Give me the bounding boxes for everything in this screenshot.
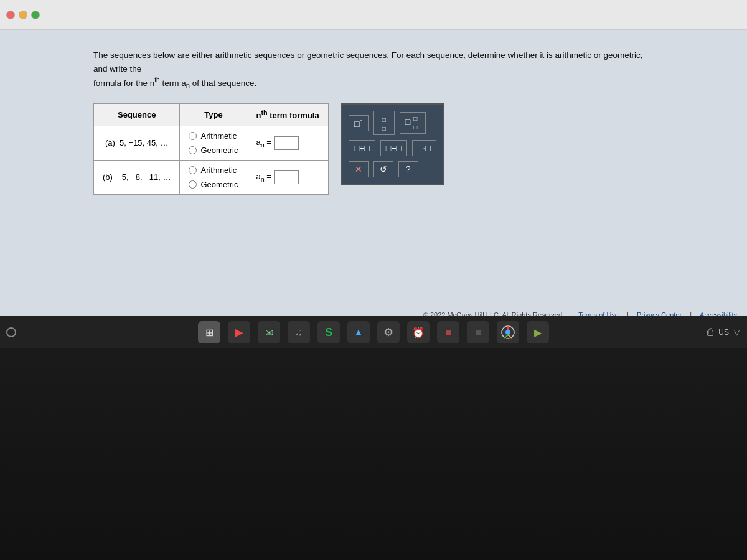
mixed-fraction-btn[interactable]: □□□: [400, 112, 426, 134]
instruction-line1: The sequences below are either arithmeti…: [93, 50, 642, 73]
taskbar-video-icon[interactable]: ▶: [228, 321, 250, 343]
screenshot-icon: ⎙: [707, 327, 713, 338]
subtract-btn[interactable]: □−□: [380, 140, 407, 156]
toolbar-row-2: □+□ □−□ □·□: [349, 140, 436, 156]
content-area: The sequences below are either arithmeti…: [0, 30, 747, 348]
browser-chrome: [0, 0, 747, 30]
question-text: The sequences below are either arithmeti…: [93, 49, 654, 91]
instruction-sup: th: [154, 77, 159, 83]
wifi-icon: ▽: [734, 328, 740, 337]
col-header-type: Type: [180, 104, 247, 126]
row-b-radio-group: Arithmetic Geometric: [189, 166, 238, 189]
browser-maximize-btn[interactable]: [31, 11, 40, 19]
col-header-formula: nth term formula: [247, 104, 328, 126]
row-a-sequence: (a) 5, −15, 45, …: [94, 126, 180, 160]
row-b-type: Arithmetic Geometric: [180, 160, 247, 194]
col-header-sequence: Sequence: [94, 104, 180, 126]
table-row-b: (b) −5, −8, −11, … Arithmetic Geometric: [94, 160, 329, 194]
row-a-geometric-label[interactable]: Geometric: [189, 146, 238, 155]
math-toolbar: □n □□ □□□ □+□ □−□ □·□ ✕: [341, 103, 444, 185]
taskbar-app1-icon[interactable]: ■: [437, 321, 459, 343]
taskbar-play-icon[interactable]: ▶: [527, 321, 549, 343]
taskbar-chrome-icon[interactable]: [497, 321, 519, 343]
taskbar-music-icon[interactable]: ♫: [288, 321, 310, 343]
row-a-geometric-radio[interactable]: [189, 146, 197, 154]
row-a-formula-input[interactable]: [274, 136, 299, 150]
row-b-arithmetic-radio[interactable]: [189, 166, 197, 174]
locale-label: US: [718, 328, 729, 337]
superscript-btn[interactable]: □n: [349, 115, 369, 132]
instruction-end: of that sequence.: [190, 78, 256, 88]
browser-minimize-btn[interactable]: [19, 11, 27, 19]
row-b-formula-cell: an =: [256, 170, 319, 184]
row-b-formula: an =: [247, 160, 328, 194]
taskbar-app2-icon[interactable]: ■: [467, 321, 489, 343]
row-b-sequence: (b) −5, −8, −11, …: [94, 160, 180, 194]
instruction-line3: term a: [160, 78, 186, 88]
instruction-line2: formula for the n: [93, 78, 154, 88]
row-b-arithmetic-label[interactable]: Arithmetic: [189, 166, 238, 175]
taskbar: ⊞ ▶ ✉ ♫ S ▲ ⚙ ⏰ ■ ■ ▶ ⎙ US ▽: [0, 316, 747, 348]
multiply-btn[interactable]: □·□: [412, 140, 436, 156]
taskbar-settings-icon[interactable]: ⚙: [377, 321, 400, 343]
row-a-arithmetic-radio[interactable]: [189, 132, 197, 140]
row-b-geometric-label[interactable]: Geometric: [189, 180, 238, 189]
taskbar-maps-icon[interactable]: ▲: [347, 321, 370, 343]
browser-close-btn[interactable]: [6, 11, 15, 19]
row-a-radio-group: Arithmetic Geometric: [189, 131, 238, 155]
svg-point-1: [505, 330, 510, 335]
laptop-bottom: [0, 348, 747, 560]
table-row-a: (a) 5, −15, 45, … Arithmetic Geometric: [94, 126, 329, 160]
undo-btn[interactable]: ↺: [374, 161, 393, 177]
taskbar-right: ⎙ US ▽: [707, 327, 740, 338]
row-a-formula-cell: an =: [256, 136, 319, 150]
circle-button[interactable]: [6, 327, 16, 337]
row-b-geometric-radio[interactable]: [189, 180, 197, 189]
toolbar-row-3: ✕ ↺ ?: [349, 161, 436, 177]
fraction-btn[interactable]: □□: [374, 111, 395, 135]
taskbar-mail-icon[interactable]: ✉: [258, 321, 280, 343]
close-btn[interactable]: ✕: [349, 161, 369, 177]
row-a-arithmetic-label[interactable]: Arithmetic: [189, 131, 238, 141]
row-a-formula: an =: [247, 126, 328, 160]
toolbar-row-1: □n □□ □□□: [349, 111, 436, 135]
row-a-formula-label: an =: [256, 138, 271, 149]
browser-controls: [6, 11, 40, 19]
row-b-formula-label: an =: [256, 172, 271, 183]
help-btn[interactable]: ?: [398, 161, 418, 177]
taskbar-files-icon[interactable]: ⊞: [198, 321, 220, 343]
taskbar-spotify-icon[interactable]: S: [317, 321, 340, 343]
add-btn[interactable]: □+□: [349, 140, 375, 156]
row-a-type: Arithmetic Geometric: [180, 126, 247, 160]
row-b-formula-input[interactable]: [274, 170, 299, 184]
table-container: Sequence Type nth term formula (a) 5, −1…: [93, 103, 654, 194]
taskbar-clock-icon[interactable]: ⏰: [407, 321, 430, 343]
sequence-table: Sequence Type nth term formula (a) 5, −1…: [93, 103, 329, 194]
